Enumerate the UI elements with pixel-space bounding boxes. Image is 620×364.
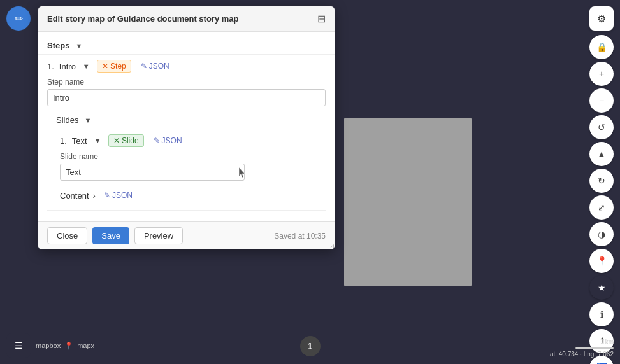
slide-name-field-group: Slide name xyxy=(60,152,313,181)
slide-tag-button[interactable]: ✕ Slide xyxy=(108,134,144,147)
content-chevron-icon: › xyxy=(93,191,96,200)
settings-button[interactable]: ⚙ xyxy=(589,6,614,31)
coordinates-label: Lat: 40.734 · Lng: 7.062 xyxy=(546,351,614,358)
map-scale-bar: 1km Lat: 40.734 · Lng: 7.062 xyxy=(546,339,614,358)
expand-button[interactable]: ⤢ xyxy=(589,195,614,220)
slide-name-field-label: Slide name xyxy=(60,152,313,161)
list-button[interactable]: ☰ xyxy=(6,333,31,358)
step-intro-container: 1. Intro ▼ ✕ Step ✎ JSON Step name Slide… xyxy=(38,55,335,216)
slide-text-container: 1. Text ▼ ✕ Slide ✎ JSON Slide name C xyxy=(47,129,326,211)
slide-text-row: 1. Text ▼ ✕ Slide ✎ JSON xyxy=(60,134,313,147)
gear-icon: ⚙ xyxy=(597,13,606,25)
steps-section-header: Steps ▼ xyxy=(38,37,335,55)
pencil-icon: ✎ xyxy=(104,191,110,200)
bottom-left-bar: ☰ mapbox 📍 mapx xyxy=(6,333,94,358)
slides-chevron-button[interactable]: ▼ xyxy=(82,116,93,125)
attribution: mapbox 📍 mapx xyxy=(36,342,94,350)
scale-line xyxy=(575,347,614,349)
zoom-out-button[interactable]: − xyxy=(589,88,614,113)
step-indicator: 1 xyxy=(300,336,321,356)
slides-section-header: Slides ▼ xyxy=(47,111,326,129)
list-icon: ☰ xyxy=(15,340,23,351)
dialog-minimize-button[interactable]: ⊟ xyxy=(317,13,326,25)
step-name-label: Intro xyxy=(59,62,76,71)
pencil-icon: ✎ xyxy=(154,136,160,145)
slide-name-input[interactable] xyxy=(60,164,245,181)
slide-json-label: JSON xyxy=(162,136,182,145)
scale-label: 1km xyxy=(602,339,614,346)
step-json-label: JSON xyxy=(149,62,169,71)
slide-json-button[interactable]: ✎ JSON xyxy=(149,135,187,146)
dialog-title: Edit story map of Guidance document stor… xyxy=(47,14,239,24)
save-button[interactable]: Save xyxy=(92,227,129,244)
content-label: Content xyxy=(60,191,89,200)
map-controls-panel: 🔒 + − ↺ ▲ ↻ ⤢ ◑ 📍 ★ ℹ ⤴ ♿ ⊞ xyxy=(589,35,614,364)
step-name-input[interactable] xyxy=(47,89,326,106)
slide-expand-button[interactable]: ▼ xyxy=(92,136,103,145)
step-json-button[interactable]: ✎ JSON xyxy=(136,60,174,72)
lock-button[interactable]: 🔒 xyxy=(589,35,614,59)
steps-label: Steps xyxy=(47,41,69,50)
steps-chevron-button[interactable]: ▼ xyxy=(73,41,84,50)
step-intro-row: 1. Intro ▼ ✕ Step ✎ JSON xyxy=(47,60,326,73)
pin-icon: 📍 xyxy=(64,342,73,350)
slide-name-label: Text xyxy=(72,136,87,146)
refresh-button[interactable]: ↺ xyxy=(589,115,614,139)
footer-action-buttons: Close Save Preview xyxy=(47,227,183,244)
step-number-label: 1. xyxy=(47,62,54,71)
location-button[interactable]: 📍 xyxy=(589,249,614,273)
edit-mode-button[interactable]: ✏ xyxy=(6,6,31,31)
content-row: Content › ✎ JSON xyxy=(60,186,313,205)
zoom-in-button[interactable]: + xyxy=(589,62,614,86)
edit-story-map-dialog: Edit story map of Guidance document stor… xyxy=(38,6,335,249)
mapx-label: mapx xyxy=(77,342,94,349)
content-json-label: JSON xyxy=(112,191,133,200)
close-button[interactable]: Close xyxy=(47,227,87,244)
content-json-button[interactable]: ✎ JSON xyxy=(99,190,137,201)
step-number: 1 xyxy=(300,336,321,356)
mapbox-label: mapbox xyxy=(36,342,61,349)
dialog-footer: Close Save Preview Saved at 10:35 xyxy=(38,221,335,249)
step-name-field-group: Step name xyxy=(47,78,326,106)
dialog-header: Edit story map of Guidance document stor… xyxy=(38,6,335,32)
pencil-icon: ✎ xyxy=(141,62,147,71)
slide-number-label: 1. xyxy=(60,136,67,146)
step-expand-button[interactable]: ▼ xyxy=(81,62,92,71)
preview-button[interactable]: Preview xyxy=(134,227,183,244)
map-preview-rect xyxy=(344,118,472,286)
slides-label: Slides xyxy=(56,115,78,125)
dialog-body: Steps ▼ 1. Intro ▼ ✕ Step ✎ JSON Step na… xyxy=(38,32,335,221)
star-button[interactable]: ★ xyxy=(589,276,614,300)
step-name-field-label: Step name xyxy=(47,78,326,87)
info-button[interactable]: ℹ xyxy=(589,302,614,326)
rotate-button[interactable]: ↻ xyxy=(589,169,614,193)
compass-button[interactable]: ▲ xyxy=(589,142,614,166)
resize-handle[interactable]: ⊿ xyxy=(327,242,335,249)
pencil-icon: ✏ xyxy=(15,13,23,25)
step-tag-button[interactable]: ✕ Step xyxy=(97,60,131,73)
saved-status: Saved at 10:35 xyxy=(274,232,326,241)
contrast-button[interactable]: ◑ xyxy=(589,222,614,246)
